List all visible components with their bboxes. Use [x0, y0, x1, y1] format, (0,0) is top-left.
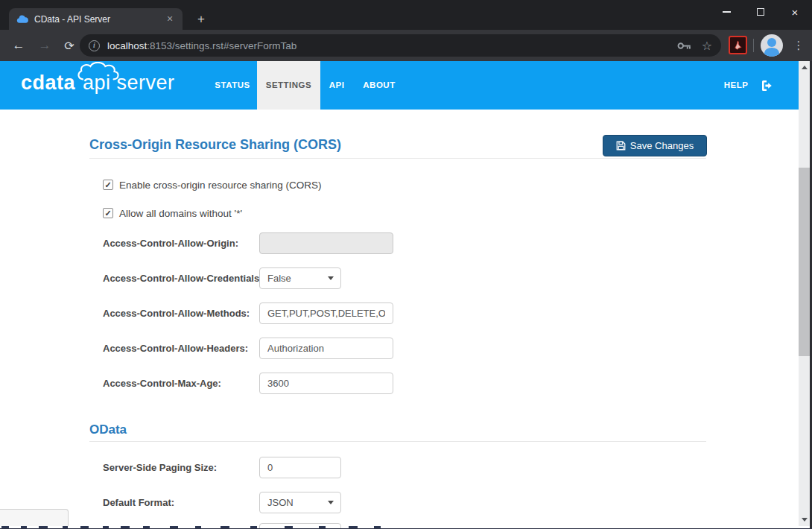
allow-headers-label: Access-Control-Allow-Headers: [103, 338, 248, 359]
default-format-value: JSON [267, 497, 294, 508]
odata-title-rule [89, 441, 706, 442]
enable-cors-row: ✓ Enable cross-origin resource sharing (… [103, 178, 322, 191]
paging-size-label: Server-Side Paging Size: [103, 457, 217, 478]
chevron-down-icon [328, 276, 334, 280]
new-tab-button[interactable]: + [192, 10, 210, 28]
toolbar-divider [753, 39, 754, 52]
acrobat-glyph-icon [732, 39, 743, 51]
browser-tab[interactable]: CData - API Server × [9, 8, 183, 30]
maximize-icon [757, 8, 764, 16]
allow-all-domains-checkbox[interactable]: ✓ [103, 208, 113, 218]
scroll-up-button[interactable] [799, 61, 810, 74]
app-navbar: cdata api server STATUS SETTINGS API ABO… [0, 61, 812, 110]
default-format-select[interactable]: JSON [259, 492, 341, 513]
back-button[interactable]: ← [7, 30, 30, 61]
forward-button: → [34, 30, 56, 61]
window-close-button[interactable]: × [778, 0, 812, 24]
logo-brand-text: cdata [21, 72, 75, 95]
avatar-body [764, 48, 779, 57]
titlebar: CData - API Server × + × [0, 0, 812, 30]
cdata-api-server-logo[interactable]: cdata api server [21, 72, 175, 95]
page-info-icon[interactable]: i [89, 40, 100, 51]
allow-headers-row: Access-Control-Allow-Headers: [0, 338, 799, 359]
save-changes-label: Save Changes [630, 140, 694, 151]
odata-section-title: OData [89, 422, 706, 437]
allow-origin-row: Access-Control-Allow-Origin: [0, 232, 799, 254]
allow-all-domains-label: Allow all domains without '*' [119, 208, 242, 219]
nav-item-settings[interactable]: SETTINGS [257, 61, 320, 110]
scrollbar-thumb[interactable] [799, 168, 810, 356]
url-host: localhost [107, 40, 147, 51]
max-age-input[interactable] [259, 373, 393, 394]
cloud-favicon-icon [16, 15, 28, 24]
tab-close-icon[interactable]: × [163, 13, 177, 26]
allow-headers-input[interactable] [259, 338, 393, 359]
default-format-label: Default Format: [103, 492, 174, 513]
chevron-down-icon [328, 501, 334, 504]
allow-origin-label: Access-Control-Allow-Origin: [103, 232, 238, 254]
enable-cors-label: Enable cross-origin resource sharing (CO… [119, 180, 322, 191]
nav-item-about[interactable]: ABOUT [355, 61, 403, 110]
status-bubble [0, 509, 69, 526]
max-age-label: Access-Control-Max-Age: [103, 373, 221, 394]
allow-all-domains-row: ✓ Allow all domains without '*' [103, 206, 242, 220]
allow-methods-input[interactable] [259, 302, 393, 324]
arrow-up-icon [802, 66, 808, 69]
enable-cors-checkbox[interactable]: ✓ [103, 180, 113, 190]
omnibox-actions: ☆ [677, 39, 712, 53]
avatar-head [767, 38, 776, 47]
profile-avatar[interactable] [761, 34, 783, 57]
reload-button[interactable]: ⟳ [58, 30, 80, 61]
nav-item-help[interactable]: HELP [715, 61, 757, 110]
allow-credentials-row: Access-Control-Allow-Credentials: False [0, 267, 799, 289]
minimize-icon [723, 11, 731, 13]
logo-cloud-icon [75, 62, 129, 81]
url-path: :8153/settings.rst#serverFormTab [147, 40, 296, 51]
nav-item-status[interactable]: STATUS [201, 61, 264, 110]
vertical-scrollbar[interactable] [799, 61, 810, 526]
password-key-icon[interactable] [677, 42, 691, 50]
save-changes-button[interactable]: Save Changes [603, 135, 707, 156]
url-text[interactable]: localhost:8153/settings.rst#serverFormTa… [107, 40, 671, 51]
nav-item-api[interactable]: API [321, 61, 352, 110]
allow-credentials-value: False [267, 273, 291, 284]
allow-credentials-select[interactable]: False [259, 267, 341, 289]
adobe-extension-icon[interactable] [729, 36, 747, 54]
tab-title: CData - API Server [34, 14, 159, 25]
address-bar[interactable]: i localhost:8153/settings.rst#serverForm… [80, 34, 721, 57]
browser-window: CData - API Server × + × ← → ⟳ i localho… [0, 0, 812, 529]
arrow-down-icon [802, 518, 808, 522]
chrome-menu-button[interactable]: ⋮ [789, 34, 808, 57]
logout-icon[interactable] [761, 80, 773, 92]
save-icon [616, 141, 626, 151]
max-age-row: Access-Control-Max-Age: [0, 373, 799, 394]
default-format-row: Default Format: JSON [0, 492, 799, 513]
logo-product-text: api server [83, 72, 175, 95]
allow-methods-row: Access-Control-Allow-Methods: [0, 302, 799, 324]
maximize-button[interactable] [743, 0, 778, 24]
minimize-button[interactable] [709, 0, 743, 24]
allow-origin-input [259, 232, 393, 254]
allow-methods-label: Access-Control-Allow-Methods: [103, 302, 250, 324]
window-controls: × [709, 0, 812, 24]
cors-title-rule [89, 158, 706, 159]
allow-credentials-label: Access-Control-Allow-Credentials: [103, 267, 263, 289]
bookmark-star-icon[interactable]: ☆ [702, 39, 712, 53]
paging-size-row: Server-Side Paging Size: [0, 457, 799, 478]
paging-size-input[interactable] [259, 457, 341, 478]
scroll-down-button[interactable] [799, 513, 810, 526]
